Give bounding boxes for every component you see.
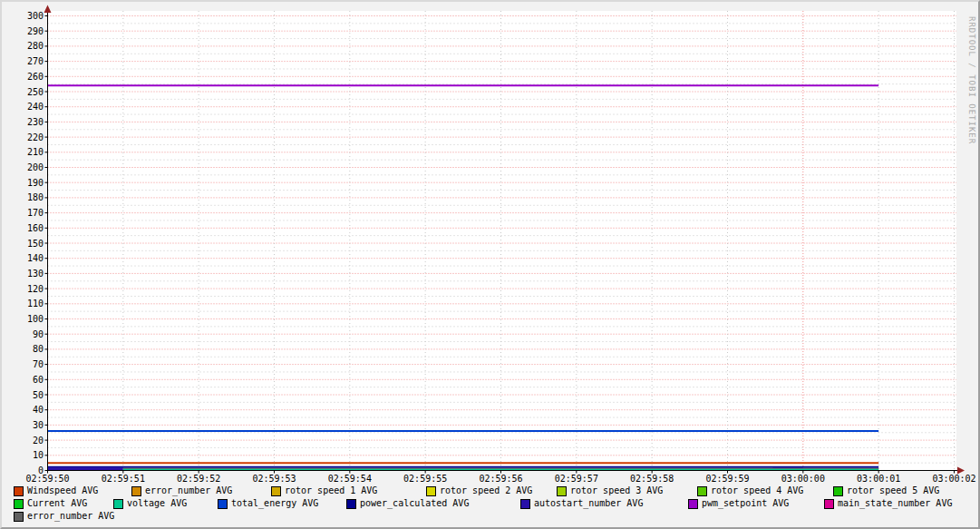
legend-label: Windspeed AVG: [27, 485, 98, 496]
legend-swatch: [131, 486, 141, 496]
legend-swatch: [14, 499, 24, 509]
legend-swatch: [113, 499, 123, 509]
legend-label: Current AVG: [27, 498, 87, 509]
legend-swatch: [346, 499, 356, 509]
legend-label: error_number AVG: [145, 485, 232, 496]
legend-label: error_number AVG: [27, 511, 114, 522]
legend-swatch: [688, 499, 698, 509]
legend-label: pwm_setpoint AVG: [702, 498, 789, 509]
legend-swatch: [557, 486, 567, 496]
legend-swatch: [14, 486, 24, 496]
legend-label: main_state_number AVG: [838, 498, 952, 509]
legend-swatch: [426, 486, 436, 496]
legend-swatch: [14, 512, 24, 522]
legend-swatch: [271, 486, 281, 496]
legend-label: autostart_number AVG: [534, 498, 643, 509]
legend-swatch: [520, 499, 530, 509]
legend-swatch: [833, 486, 843, 496]
rrdtool-watermark: RRDTOOL / TOBI OETIKER: [967, 16, 976, 144]
legend-label: power_calculated AVG: [360, 498, 469, 509]
legend-label: rotor speed 4 AVG: [711, 485, 803, 496]
rrd-graph: 0102030405060708090100110120130140150160…: [0, 0, 980, 529]
legend: Windspeed AVGerror_number AVGrotor speed…: [2, 2, 978, 527]
legend-label: rotor speed 2 AVG: [440, 485, 532, 496]
legend-swatch: [697, 486, 707, 496]
legend-swatch: [218, 499, 228, 509]
legend-label: total_energy AVG: [231, 498, 318, 509]
legend-label: rotor speed 1 AVG: [285, 485, 377, 496]
legend-label: rotor speed 5 AVG: [847, 485, 939, 496]
legend-swatch: [824, 499, 834, 509]
legend-label: voltage AVG: [127, 498, 187, 509]
legend-label: rotor speed 3 AVG: [570, 485, 663, 496]
